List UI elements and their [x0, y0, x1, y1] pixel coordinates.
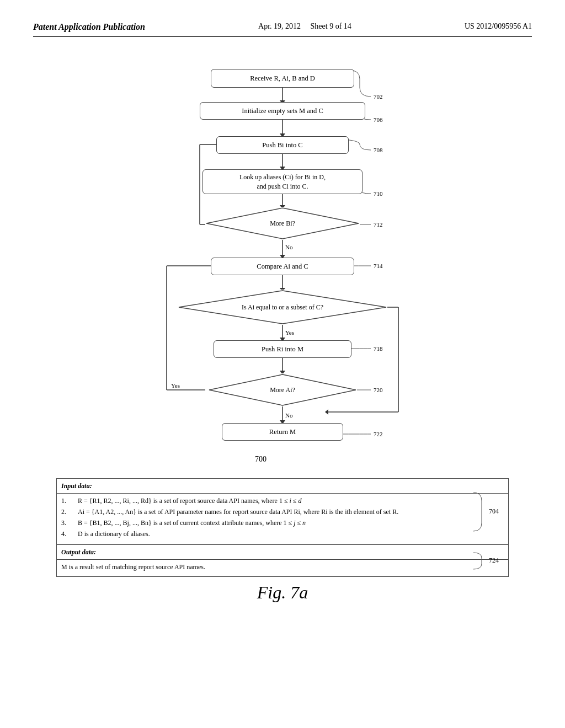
patent-number: US 2012/0095956 A1	[465, 22, 532, 31]
node-722: Return M	[222, 423, 343, 441]
node-710: Look up aliases (Ci) for Bi in D,and pus…	[202, 169, 363, 194]
node-708: Push Bi into C	[216, 136, 349, 154]
svg-marker-21	[325, 409, 328, 415]
output-data-section: Output data: M is a result set of matchi…	[33, 545, 532, 577]
node-702: Receive R, Ai, B and D	[211, 69, 354, 88]
bracket-704: 704	[471, 490, 499, 534]
svg-text:702: 702	[374, 93, 383, 100]
header-center: Apr. 19, 2012 Sheet 9 of 14	[258, 22, 351, 31]
svg-text:718: 718	[374, 345, 383, 352]
svg-text:No: No	[285, 412, 293, 419]
svg-text:No: No	[285, 244, 293, 250]
svg-text:Yes: Yes	[285, 329, 294, 336]
svg-text:710: 710	[374, 190, 383, 197]
output-data-text: M is a result set of matching report sou…	[61, 563, 205, 571]
input-item-3: 3. B = {B1, B2, ..., Bj, ..., Bn} is a s…	[61, 518, 504, 528]
publication-title: Patent Application Publication	[33, 22, 145, 32]
input-data-section: Input data: 1. R = {R1, R2, ..., Ri, ...…	[33, 478, 532, 545]
bracket-724: 724	[471, 550, 499, 572]
svg-text:722: 722	[374, 431, 383, 437]
svg-text:706: 706	[374, 116, 383, 123]
svg-text:Yes: Yes	[171, 382, 180, 389]
output-data-box: Output data: M is a result set of matchi…	[56, 545, 509, 577]
input-data-header: Input data:	[57, 479, 508, 494]
node-720: More Ai?	[208, 373, 357, 406]
page-header: Patent Application Publication Apr. 19, …	[33, 22, 532, 37]
svg-text:700: 700	[255, 455, 266, 463]
node-716: Is Ai equal to or a subset of C?	[178, 290, 387, 325]
output-data-body: M is a result set of matching report sou…	[57, 560, 508, 576]
figure-label: Fig. 7a	[33, 582, 532, 603]
sheet-info: Sheet 9 of 14	[311, 22, 351, 30]
node-714: Compare Ai and C	[211, 258, 354, 275]
svg-text:720: 720	[374, 387, 383, 393]
publication-date: Apr. 19, 2012	[258, 22, 301, 30]
input-item-2: 2. Ai = {A1, A2, ..., An} is a set of AP…	[61, 507, 504, 517]
flowchart: Yes No No Yes Yes	[89, 53, 476, 473]
input-item-1: 1. R = {R1, R2, ..., Ri, ..., Rd} is a s…	[61, 496, 504, 506]
input-data-body: 1. R = {R1, R2, ..., Ri, ..., Rd} is a s…	[57, 494, 508, 544]
svg-text:712: 712	[374, 221, 383, 228]
node-718: Push Ri into M	[214, 340, 351, 358]
output-data-header: Output data:	[57, 545, 508, 560]
svg-text:708: 708	[374, 147, 383, 153]
svg-text:714: 714	[374, 263, 383, 269]
node-706: Initialize empty sets M and C	[200, 102, 365, 120]
input-item-4: 4. D is a dictionary of aliases.	[61, 529, 504, 539]
input-data-box: Input data: 1. R = {R1, R2, ..., Ri, ...…	[56, 478, 509, 545]
node-712: More Bi?	[205, 207, 360, 240]
